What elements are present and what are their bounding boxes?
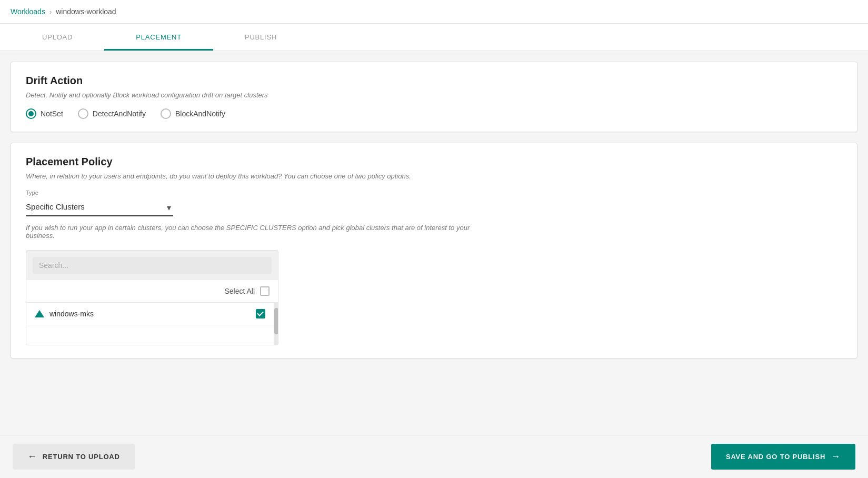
- cluster-scrollbar-thumb: [274, 308, 278, 334]
- radio-blockandnotify-label: BlockAndNotify: [175, 109, 225, 118]
- cluster-item: windows-mks: [26, 303, 274, 325]
- radio-notset-input[interactable]: [26, 108, 36, 119]
- cluster-name: windows-mks: [49, 310, 94, 318]
- return-arrow-icon: [27, 451, 37, 462]
- radio-detectandnotify-input[interactable]: [78, 108, 88, 119]
- type-field-label: Type: [26, 190, 842, 196]
- type-dropdown[interactable]: Specific Clusters Follow Users: [26, 198, 173, 216]
- breadcrumb-parent[interactable]: Workloads: [11, 7, 45, 16]
- save-and-publish-button[interactable]: SAVE AND GO TO PUBLISH: [711, 444, 855, 470]
- save-label: SAVE AND GO TO PUBLISH: [726, 453, 825, 461]
- radio-blockandnotify-input[interactable]: [161, 108, 171, 119]
- cluster-scrollbar[interactable]: [274, 303, 278, 345]
- radio-notset[interactable]: NotSet: [26, 108, 63, 119]
- breadcrumb-current: windows-workload: [56, 7, 116, 16]
- radio-detectandnotify-label: DetectAndNotify: [93, 109, 146, 118]
- radio-blockandnotify[interactable]: BlockAndNotify: [161, 108, 225, 119]
- tab-publish[interactable]: PUBLISH: [213, 24, 308, 51]
- return-label: RETURN TO UPLOAD: [43, 453, 120, 461]
- cluster-selector-box: Select All windows-mks: [26, 250, 278, 345]
- return-to-upload-button[interactable]: RETURN TO UPLOAD: [13, 444, 135, 470]
- main-content: Drift Action Detect, Notify and optional…: [0, 51, 868, 380]
- placement-hint: If you wish to run your app in certain c…: [26, 224, 500, 240]
- breadcrumb-separator: ›: [49, 8, 52, 16]
- cluster-search-area: [26, 251, 278, 280]
- save-arrow-icon: [831, 451, 841, 462]
- select-all-checkbox[interactable]: [260, 286, 270, 296]
- radio-notset-label: NotSet: [41, 109, 63, 118]
- cluster-item-left: windows-mks: [35, 310, 94, 318]
- breadcrumb: Workloads › windows-workload: [0, 0, 868, 24]
- cluster-list-container: windows-mks: [26, 303, 278, 345]
- placement-policy-card: Placement Policy Where, in relation to y…: [11, 143, 857, 358]
- type-dropdown-wrapper: Specific Clusters Follow Users ▾: [26, 198, 173, 216]
- drift-action-card: Drift Action Detect, Notify and optional…: [11, 62, 857, 132]
- cluster-triangle-icon: [35, 310, 44, 317]
- tab-nav: UPLOAD PLACEMENT PUBLISH: [0, 24, 868, 51]
- placement-policy-description: Where, in relation to your users and end…: [26, 172, 842, 180]
- cluster-list-area: windows-mks: [26, 303, 274, 345]
- drift-action-title: Drift Action: [26, 75, 842, 87]
- cluster-checkbox[interactable]: [256, 309, 265, 318]
- drift-action-radio-group: NotSet DetectAndNotify BlockAndNotify: [26, 108, 842, 119]
- select-all-label: Select All: [224, 287, 255, 295]
- cluster-search-input[interactable]: [33, 257, 272, 274]
- placement-policy-title: Placement Policy: [26, 156, 842, 168]
- bottom-bar: RETURN TO UPLOAD SAVE AND GO TO PUBLISH: [0, 435, 868, 478]
- radio-detectandnotify[interactable]: DetectAndNotify: [78, 108, 146, 119]
- cluster-list-header: Select All: [26, 280, 278, 303]
- tab-upload[interactable]: UPLOAD: [11, 24, 104, 51]
- tab-placement[interactable]: PLACEMENT: [104, 24, 213, 51]
- drift-action-description: Detect, Notify and optionally Block work…: [26, 91, 842, 99]
